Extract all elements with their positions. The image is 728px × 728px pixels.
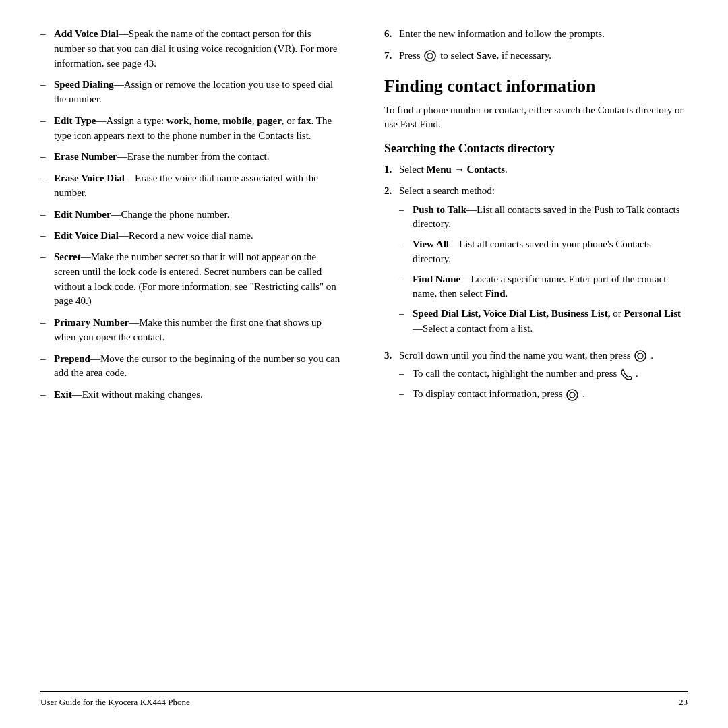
method-push-to-talk: – Push to Talk—List all contacts saved i… xyxy=(399,203,688,233)
term: Add Voice Dial xyxy=(54,28,119,39)
subsection-title: Searching the Contacts directory xyxy=(384,142,688,156)
step-6: 6. Enter the new information and follow … xyxy=(384,27,688,42)
section-intro: To find a phone number or contact, eithe… xyxy=(384,103,688,133)
bullet-dash: – xyxy=(40,208,54,222)
step-3: 3. Scroll down until you find the name y… xyxy=(384,348,688,407)
sub-call-contact: – To call the contact, highlight the num… xyxy=(399,367,688,382)
sub-text: To display contact information, press . xyxy=(413,387,688,402)
personal-list-label: Personal List xyxy=(624,308,681,319)
ok-icon xyxy=(423,49,437,63)
bullet-dash: – xyxy=(399,203,413,233)
term: Speed Dial List, Voice Dial List, Busine… xyxy=(413,308,610,319)
term: Primary Number xyxy=(54,317,129,328)
step-6-text: Enter the new information and follow the… xyxy=(399,27,688,42)
list-item: – Edit Voice Dial—Record a new voice dia… xyxy=(40,229,344,243)
bullet-dash: – xyxy=(40,250,54,309)
step-7-text: Press to select Save, if necessary. xyxy=(399,49,688,63)
page: – Add Voice Dial—Speak the name of the c… xyxy=(0,0,728,728)
svg-point-5 xyxy=(570,392,575,398)
sub-text: To call the contact, highlight the numbe… xyxy=(413,367,688,382)
term: Push to Talk xyxy=(413,204,466,215)
right-column: 6. Enter the new information and follow … xyxy=(377,27,688,684)
list-item: – Edit Number—Change the phone number. xyxy=(40,208,344,222)
list-item: – Erase Number—Erase the number from the… xyxy=(40,150,344,164)
bullet-dash: – xyxy=(40,229,54,243)
step-7-label: 7. xyxy=(384,49,399,63)
phone-icon xyxy=(620,369,632,381)
contacts-label: Contacts xyxy=(466,164,505,175)
step-1: 1. Select Menu → Contacts. xyxy=(384,162,688,177)
step-3-subs: – To call the contact, highlight the num… xyxy=(399,367,688,402)
bullet-dash: – xyxy=(399,367,413,382)
method-text: Find Name—Locate a specific name. Enter … xyxy=(413,272,688,302)
method-view-all: – View All—List all contacts saved in yo… xyxy=(399,237,688,267)
step-2: 2. Select a search method: – Push to Tal… xyxy=(384,184,688,342)
method-lists: – Speed Dial List, Voice Dial List, Busi… xyxy=(399,307,688,336)
bullet-dash: – xyxy=(40,315,54,345)
method-text: Speed Dial List, Voice Dial List, Busine… xyxy=(413,307,688,336)
item-erase-number: Erase Number—Erase the number from the c… xyxy=(54,150,344,164)
footer-left-text: User Guide for the Kyocera KX444 Phone xyxy=(40,697,190,708)
find-label: Find xyxy=(485,288,505,299)
method-text: View All—List all contacts saved in your… xyxy=(413,237,688,267)
list-item: – Add Voice Dial—Speak the name of the c… xyxy=(40,27,344,71)
bullet-dash: – xyxy=(40,388,54,402)
list-item: – Primary Number—Make this number the fi… xyxy=(40,315,344,345)
list-item: – Edit Type—Assign a type: work, home, m… xyxy=(40,114,344,144)
type-work: work xyxy=(166,115,189,126)
svg-point-0 xyxy=(425,51,435,61)
svg-point-1 xyxy=(427,53,433,59)
list-item: – Speed Dialing—Assign or remove the loc… xyxy=(40,78,344,107)
bullet-dash: – xyxy=(40,150,54,164)
list-item: – Erase Voice Dial—Erase the voice dial … xyxy=(40,171,344,201)
bullet-dash: – xyxy=(40,78,54,107)
bullet-dash: – xyxy=(399,237,413,267)
svg-point-4 xyxy=(567,390,578,400)
bullet-dash: – xyxy=(40,114,54,144)
method-find-name: – Find Name—Locate a specific name. Ente… xyxy=(399,272,688,302)
type-fax: fax xyxy=(298,115,311,126)
term: Edit Voice Dial xyxy=(54,230,119,241)
type-pager: pager xyxy=(257,115,282,126)
svg-point-2 xyxy=(635,351,646,361)
bullet-dash: – xyxy=(40,171,54,201)
term: Erase Voice Dial xyxy=(54,173,125,183)
save-label: Save xyxy=(477,50,497,61)
content-area: – Add Voice Dial—Speak the name of the c… xyxy=(40,27,688,684)
step-3-content: Scroll down until you find the name you … xyxy=(399,348,688,407)
type-home: home xyxy=(194,115,218,126)
list-item: – Prepend—Move the cursor to the beginni… xyxy=(40,352,344,382)
term: Edit Number xyxy=(54,209,111,220)
step-6-label: 6. xyxy=(384,27,399,42)
term: Prepend xyxy=(54,353,90,364)
bullet-dash: – xyxy=(399,272,413,302)
search-methods: – Push to Talk—List all contacts saved i… xyxy=(399,203,688,336)
term: Speed Dialing xyxy=(54,79,114,90)
item-edit-voice-dial: Edit Voice Dial—Record a new voice dial … xyxy=(54,229,344,243)
type-mobile: mobile xyxy=(222,115,251,126)
item-erase-voice-dial: Erase Voice Dial—Erase the voice dial na… xyxy=(54,171,344,201)
item-edit-type: Edit Type—Assign a type: work, home, mob… xyxy=(54,114,344,144)
left-bullet-list: – Add Voice Dial—Speak the name of the c… xyxy=(40,27,344,402)
bullet-dash: – xyxy=(40,352,54,382)
term: Exit xyxy=(54,389,72,400)
term: View All xyxy=(413,239,449,249)
bullet-dash: – xyxy=(399,387,413,402)
term: Secret xyxy=(54,251,81,262)
search-steps: 1. Select Menu → Contacts. 2. Select a s… xyxy=(384,162,688,407)
ok-icon-2 xyxy=(634,349,647,363)
step-1-label: 1. xyxy=(384,162,399,177)
svg-point-3 xyxy=(638,353,643,359)
bullet-dash: – xyxy=(399,307,413,336)
item-primary-number: Primary Number—Make this number the firs… xyxy=(54,315,344,345)
step-2-text: Select a search method: xyxy=(399,185,495,196)
item-secret: Secret—Make the number secret so that it… xyxy=(54,250,344,309)
item-speed-dialing: Speed Dialing—Assign or remove the locat… xyxy=(54,78,344,107)
step-3-label: 3. xyxy=(384,348,399,407)
step-2-label: 2. xyxy=(384,184,399,342)
method-text: Push to Talk—List all contacts saved in … xyxy=(413,203,688,233)
sub-display-info: – To display contact information, press … xyxy=(399,387,688,402)
step-2-content: Select a search method: – Push to Talk—L… xyxy=(399,184,688,342)
item-edit-number: Edit Number—Change the phone number. xyxy=(54,208,344,222)
term: Find Name xyxy=(413,274,460,284)
